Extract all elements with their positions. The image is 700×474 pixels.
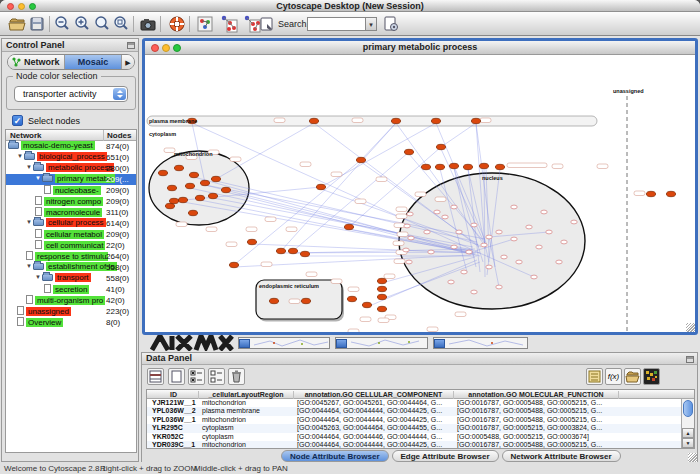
select-nodes-checkbox[interactable]: ✓ bbox=[12, 115, 23, 126]
scrollbar-thumb[interactable] bbox=[336, 339, 347, 348]
node-color-dropdown[interactable]: transporter activity bbox=[14, 86, 128, 102]
network-node[interactable] bbox=[449, 163, 458, 168]
network-node[interactable] bbox=[571, 220, 577, 224]
network-node[interactable] bbox=[211, 176, 220, 181]
tree-row[interactable]: ▼primary metabo209(... bbox=[6, 174, 136, 185]
attribute-table[interactable]: ID_cellularLayoutRegionannotation.GO CEL… bbox=[146, 389, 695, 449]
network-node[interactable] bbox=[377, 294, 386, 299]
network-node[interactable] bbox=[316, 184, 325, 189]
network-node[interactable] bbox=[486, 265, 492, 269]
network-node[interactable] bbox=[463, 164, 472, 169]
tree-row[interactable]: unassigned223(0) bbox=[6, 306, 136, 317]
network-node[interactable] bbox=[646, 191, 655, 196]
network-node[interactable] bbox=[471, 118, 480, 123]
network-node[interactable] bbox=[404, 224, 410, 228]
table-row[interactable]: YJR121W__1mitochondrion[GO:0045267, GO:0… bbox=[147, 399, 694, 407]
tree-row[interactable]: macromolecule311(0) bbox=[6, 207, 136, 218]
delete-attribute-icon[interactable] bbox=[228, 368, 245, 385]
network-node[interactable] bbox=[466, 250, 472, 254]
network-node[interactable] bbox=[546, 230, 552, 234]
tab-network[interactable]: Network bbox=[8, 55, 65, 69]
expand-arrow-icon[interactable]: ▼ bbox=[26, 263, 33, 269]
network-node[interactable] bbox=[536, 245, 542, 249]
tree-row[interactable]: response to stimulu264(0) bbox=[6, 251, 136, 262]
table-row[interactable]: YPL036W__1mitochondrion[GO:0044464, GO:0… bbox=[147, 416, 694, 424]
network-node[interactable] bbox=[165, 203, 174, 208]
network-node[interactable] bbox=[486, 235, 492, 239]
zoom-in-icon[interactable] bbox=[73, 15, 91, 33]
network-node[interactable] bbox=[479, 163, 488, 168]
scrollbar-thumb[interactable] bbox=[434, 339, 445, 348]
tab-node-attribute-browser[interactable]: Node Attribute Browser bbox=[281, 450, 389, 462]
table-row[interactable]: YLR295Ccytoplasm[GO:0045263, GO:0044464,… bbox=[147, 424, 694, 432]
tree-row[interactable]: ▼cellular process614(0) bbox=[6, 218, 136, 229]
network-node[interactable] bbox=[516, 260, 522, 264]
network-node[interactable] bbox=[496, 285, 502, 289]
network-node[interactable] bbox=[377, 286, 386, 291]
unselect-all-attributes-icon[interactable] bbox=[208, 368, 225, 385]
expand-arrow-icon[interactable]: ▼ bbox=[26, 219, 33, 225]
network-node[interactable] bbox=[434, 210, 440, 214]
expand-arrow-icon[interactable]: ▼ bbox=[26, 164, 33, 170]
tree-row[interactable]: cell communicat22(0) bbox=[6, 240, 136, 251]
network-node[interactable] bbox=[362, 302, 371, 307]
new-attribute-icon[interactable] bbox=[168, 368, 185, 385]
zoom-fit-icon[interactable] bbox=[93, 15, 111, 33]
network-window-titlebar[interactable]: primary metabolic process bbox=[145, 41, 695, 55]
network-node[interactable] bbox=[511, 205, 517, 209]
life-ring-icon[interactable] bbox=[168, 15, 186, 33]
scrollbar-thumb[interactable] bbox=[683, 400, 693, 417]
network-node[interactable] bbox=[501, 255, 507, 259]
network-node[interactable] bbox=[481, 243, 487, 247]
expand-arrow-icon[interactable]: ▼ bbox=[35, 274, 42, 280]
network-node[interactable] bbox=[403, 248, 409, 252]
network-node[interactable] bbox=[195, 195, 204, 200]
tree-row[interactable]: ▼transport558(0) bbox=[6, 273, 136, 284]
network-node[interactable] bbox=[471, 223, 477, 227]
network-node[interactable] bbox=[174, 165, 183, 170]
network-node[interactable] bbox=[561, 240, 567, 244]
network-node[interactable] bbox=[424, 230, 430, 234]
formula-icon[interactable]: f(x) bbox=[605, 368, 622, 385]
tree-row[interactable]: multi-organism pro42(0) bbox=[6, 295, 136, 306]
network-node[interactable] bbox=[495, 164, 504, 169]
tree-row[interactable]: secretion41(0) bbox=[6, 284, 136, 295]
network-node[interactable] bbox=[471, 290, 477, 294]
network-node[interactable] bbox=[301, 298, 310, 303]
tree-row[interactable]: cellular metabol209(0) bbox=[6, 229, 136, 240]
network-node[interactable] bbox=[178, 197, 187, 202]
table-scrollbar[interactable]: ▲ ▼ bbox=[681, 399, 694, 448]
network-node[interactable] bbox=[189, 172, 198, 177]
scroll-down-icon[interactable]: ▼ bbox=[682, 438, 694, 448]
tree-row[interactable]: ▼establishment of lo558(0) bbox=[6, 262, 136, 273]
import-list-icon[interactable] bbox=[586, 368, 603, 385]
table-row[interactable]: YPL036W__2plasma membrane[GO:0044464, GO… bbox=[147, 407, 694, 415]
save-icon[interactable] bbox=[28, 15, 46, 33]
table-row[interactable]: YDR039C__1mitochondrion[GO:0044464, GO:0… bbox=[147, 441, 694, 449]
network-node[interactable] bbox=[288, 248, 297, 253]
network-node[interactable] bbox=[435, 164, 444, 169]
network-node[interactable] bbox=[428, 250, 434, 254]
network-canvas[interactable]: plasma membranecytoplasmmitochondrionnuc… bbox=[145, 56, 695, 332]
network-nodes-icon[interactable] bbox=[220, 15, 238, 33]
folder-open-icon[interactable] bbox=[8, 15, 26, 33]
network-node[interactable] bbox=[526, 225, 532, 229]
zoom-selected-icon[interactable] bbox=[112, 15, 130, 33]
network-node[interactable] bbox=[347, 296, 356, 301]
network-node[interactable] bbox=[229, 262, 238, 267]
zoom-out-icon[interactable] bbox=[53, 15, 71, 33]
tab-mosaic[interactable]: Mosaic bbox=[65, 55, 122, 69]
network-canvas-svg[interactable]: plasma membranecytoplasmmitochondrionnuc… bbox=[145, 56, 695, 332]
tab-overflow-arrow[interactable]: ▶ bbox=[122, 55, 134, 69]
network-node[interactable] bbox=[356, 157, 365, 162]
tree-row[interactable]: nitrogen compo209(0) bbox=[6, 196, 136, 207]
network-node[interactable] bbox=[541, 210, 547, 214]
network-node[interactable] bbox=[442, 215, 448, 219]
resize-grip[interactable] bbox=[686, 323, 695, 332]
network-box-icon[interactable] bbox=[196, 15, 214, 33]
network-node[interactable] bbox=[167, 185, 176, 190]
network-node[interactable] bbox=[666, 191, 675, 196]
attribute-grid-icon[interactable] bbox=[147, 368, 164, 385]
float-window-icon[interactable] bbox=[127, 42, 135, 49]
network-node[interactable] bbox=[408, 236, 414, 240]
